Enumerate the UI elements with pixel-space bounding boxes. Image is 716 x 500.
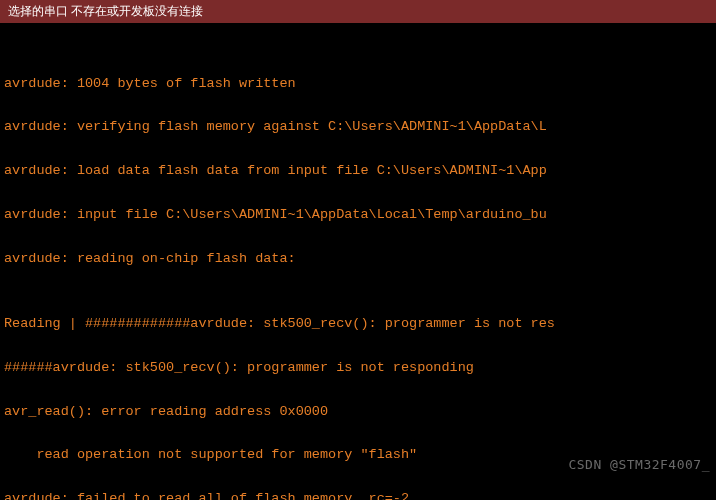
watermark: CSDN @STM32F4007_ (568, 457, 710, 472)
console-line: ######avrdude: stk500_recv(): programmer… (4, 357, 712, 379)
console-output: avrdude: 1004 bytes of flash written avr… (0, 23, 716, 500)
console-line: Reading | #############avrdude: stk500_r… (4, 313, 712, 335)
console-line: avrdude: load data flash data from input… (4, 160, 712, 182)
console-line: avrdude: verifying flash memory against … (4, 116, 712, 138)
console-line: avrdude: input file C:\Users\ADMINI~1\Ap… (4, 204, 712, 226)
console-line: avr_read(): error reading address 0x0000 (4, 401, 712, 423)
console-line: avrdude: 1004 bytes of flash written (4, 73, 712, 95)
title-bar-text: 选择的串口 不存在或开发板没有连接 (8, 4, 203, 18)
console-line: avrdude: failed to read all of flash mem… (4, 488, 712, 500)
title-bar: 选择的串口 不存在或开发板没有连接 (0, 0, 716, 23)
console-line: avrdude: reading on-chip flash data: (4, 248, 712, 270)
